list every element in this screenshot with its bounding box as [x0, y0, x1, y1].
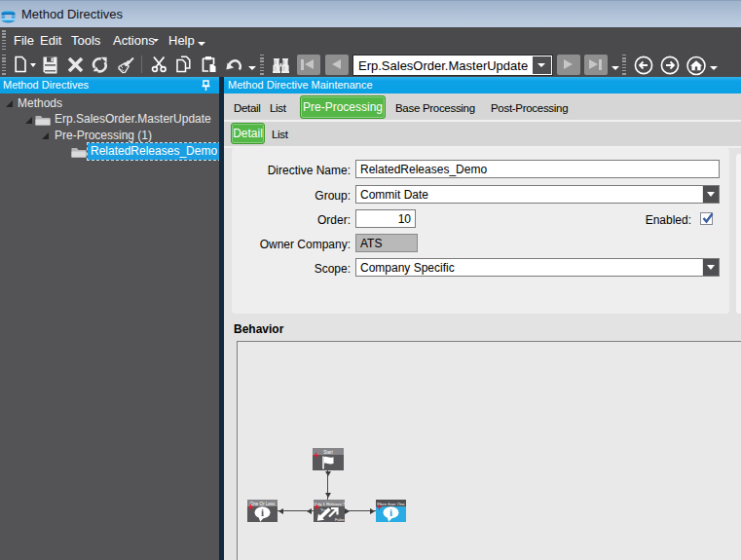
svg-text:i: i — [389, 506, 392, 518]
svg-text:Start: Start — [323, 450, 333, 455]
svg-text:False: False — [335, 517, 345, 522]
svg-text:i: i — [261, 506, 264, 518]
